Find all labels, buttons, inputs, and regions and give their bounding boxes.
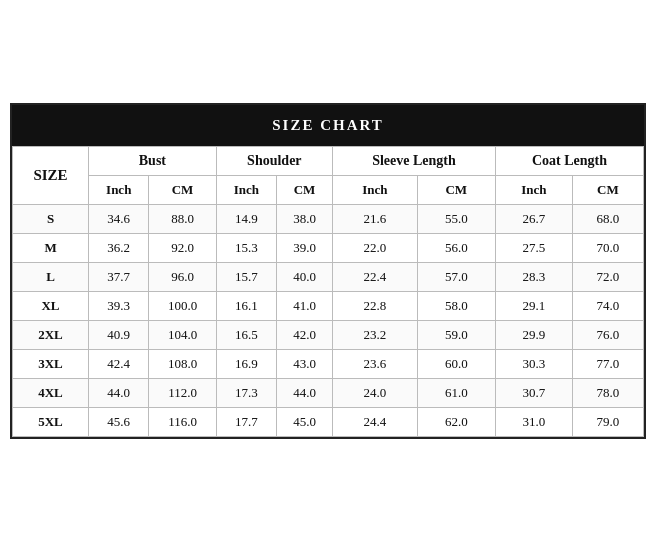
size-cell: 3XL: [13, 349, 89, 378]
shoulder-cm-cell: 42.0: [277, 320, 333, 349]
table-row: L37.796.015.740.022.457.028.372.0: [13, 262, 644, 291]
sleeve-inch-cell: 23.2: [332, 320, 417, 349]
coat-inch-cell: 30.3: [495, 349, 572, 378]
sleeve-inch-cell: 24.4: [332, 407, 417, 436]
size-cell: 4XL: [13, 378, 89, 407]
shoulder-inch-cell: 16.9: [216, 349, 276, 378]
coat-inch-header: Inch: [495, 175, 572, 204]
bust-inch-cell: 44.0: [89, 378, 149, 407]
sleeve-cm-cell: 61.0: [417, 378, 495, 407]
shoulder-cm-cell: 39.0: [277, 233, 333, 262]
bust-inch-header: Inch: [89, 175, 149, 204]
bust-cm-cell: 108.0: [149, 349, 216, 378]
shoulder-cm-cell: 38.0: [277, 204, 333, 233]
chart-title: SIZE CHART: [12, 105, 644, 146]
size-cell: M: [13, 233, 89, 262]
shoulder-inch-cell: 17.3: [216, 378, 276, 407]
shoulder-cm-header: CM: [277, 175, 333, 204]
bust-cm-cell: 88.0: [149, 204, 216, 233]
sleeve-inch-cell: 22.0: [332, 233, 417, 262]
coat-cm-cell: 70.0: [572, 233, 643, 262]
bust-inch-cell: 42.4: [89, 349, 149, 378]
coat-cm-header: CM: [572, 175, 643, 204]
coat-inch-cell: 26.7: [495, 204, 572, 233]
sleeve-inch-cell: 22.8: [332, 291, 417, 320]
bust-cm-cell: 96.0: [149, 262, 216, 291]
bust-inch-cell: 39.3: [89, 291, 149, 320]
coat-inch-cell: 29.1: [495, 291, 572, 320]
sleeve-inch-header: Inch: [332, 175, 417, 204]
bust-inch-cell: 37.7: [89, 262, 149, 291]
size-table: SIZE Bust Shoulder Sleeve Length Coat Le…: [12, 146, 644, 437]
size-chart-container: SIZE CHART SIZE Bust Shoulder Sleeve Len…: [10, 103, 646, 439]
size-cell: S: [13, 204, 89, 233]
table-row: 4XL44.0112.017.344.024.061.030.778.0: [13, 378, 644, 407]
coat-cm-cell: 77.0: [572, 349, 643, 378]
sleeve-inch-cell: 24.0: [332, 378, 417, 407]
shoulder-inch-cell: 16.1: [216, 291, 276, 320]
sleeve-cm-cell: 55.0: [417, 204, 495, 233]
bust-inch-cell: 45.6: [89, 407, 149, 436]
sleeve-cm-cell: 60.0: [417, 349, 495, 378]
size-cell: 5XL: [13, 407, 89, 436]
bust-header: Bust: [89, 146, 217, 175]
sleeve-cm-cell: 56.0: [417, 233, 495, 262]
sleeve-cm-cell: 58.0: [417, 291, 495, 320]
subheader-row: Inch CM Inch CM Inch CM Inch CM: [13, 175, 644, 204]
bust-cm-cell: 112.0: [149, 378, 216, 407]
shoulder-inch-cell: 14.9: [216, 204, 276, 233]
size-cell: 2XL: [13, 320, 89, 349]
table-row: M36.292.015.339.022.056.027.570.0: [13, 233, 644, 262]
table-row: 3XL42.4108.016.943.023.660.030.377.0: [13, 349, 644, 378]
shoulder-cm-cell: 41.0: [277, 291, 333, 320]
sleeve-cm-header: CM: [417, 175, 495, 204]
table-row: 5XL45.6116.017.745.024.462.031.079.0: [13, 407, 644, 436]
bust-inch-cell: 36.2: [89, 233, 149, 262]
table-body: S34.688.014.938.021.655.026.768.0M36.292…: [13, 204, 644, 436]
bust-cm-cell: 104.0: [149, 320, 216, 349]
coat-cm-cell: 78.0: [572, 378, 643, 407]
shoulder-cm-cell: 44.0: [277, 378, 333, 407]
sleeve-inch-cell: 21.6: [332, 204, 417, 233]
bust-cm-cell: 116.0: [149, 407, 216, 436]
sleeve-cm-cell: 59.0: [417, 320, 495, 349]
coat-inch-cell: 31.0: [495, 407, 572, 436]
coat-inch-cell: 27.5: [495, 233, 572, 262]
sleeve-cm-cell: 62.0: [417, 407, 495, 436]
bust-cm-cell: 100.0: [149, 291, 216, 320]
column-group-headers: SIZE Bust Shoulder Sleeve Length Coat Le…: [13, 146, 644, 175]
shoulder-inch-cell: 15.3: [216, 233, 276, 262]
size-header: SIZE: [13, 146, 89, 204]
coat-cm-cell: 79.0: [572, 407, 643, 436]
shoulder-header: Shoulder: [216, 146, 332, 175]
coat-cm-cell: 74.0: [572, 291, 643, 320]
coat-inch-cell: 30.7: [495, 378, 572, 407]
coat-inch-cell: 29.9: [495, 320, 572, 349]
table-row: S34.688.014.938.021.655.026.768.0: [13, 204, 644, 233]
sleeve-inch-cell: 22.4: [332, 262, 417, 291]
size-cell: XL: [13, 291, 89, 320]
sleeve-header: Sleeve Length: [332, 146, 495, 175]
sleeve-inch-cell: 23.6: [332, 349, 417, 378]
shoulder-inch-cell: 15.7: [216, 262, 276, 291]
coat-inch-cell: 28.3: [495, 262, 572, 291]
coat-cm-cell: 76.0: [572, 320, 643, 349]
table-row: XL39.3100.016.141.022.858.029.174.0: [13, 291, 644, 320]
coat-cm-cell: 68.0: [572, 204, 643, 233]
bust-cm-cell: 92.0: [149, 233, 216, 262]
bust-inch-cell: 40.9: [89, 320, 149, 349]
coat-header: Coat Length: [495, 146, 643, 175]
bust-cm-header: CM: [149, 175, 216, 204]
coat-cm-cell: 72.0: [572, 262, 643, 291]
shoulder-cm-cell: 45.0: [277, 407, 333, 436]
table-row: 2XL40.9104.016.542.023.259.029.976.0: [13, 320, 644, 349]
shoulder-inch-header: Inch: [216, 175, 276, 204]
size-cell: L: [13, 262, 89, 291]
shoulder-cm-cell: 40.0: [277, 262, 333, 291]
shoulder-cm-cell: 43.0: [277, 349, 333, 378]
bust-inch-cell: 34.6: [89, 204, 149, 233]
sleeve-cm-cell: 57.0: [417, 262, 495, 291]
shoulder-inch-cell: 17.7: [216, 407, 276, 436]
shoulder-inch-cell: 16.5: [216, 320, 276, 349]
